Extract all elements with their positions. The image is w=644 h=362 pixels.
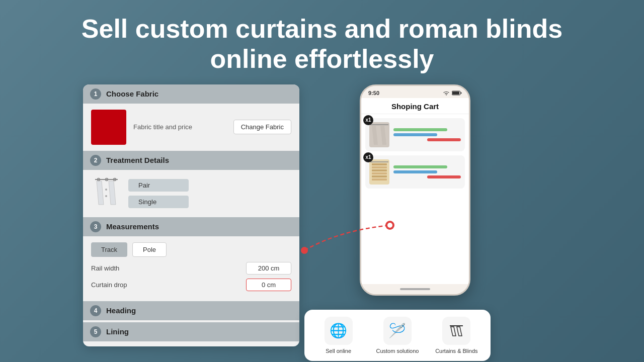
measurements-body: Track Pole Rail width 200 cm Curtain dro… — [83, 236, 299, 301]
heading-header: 4 Heading — [83, 301, 299, 320]
treatment-header: 2 Treatment Details — [83, 151, 299, 170]
cart-title: Shoping Cart — [361, 98, 469, 114]
treatment-options: Pair Single — [128, 179, 189, 208]
action-bar: 🌐 Sell online 🪡 Custom solutiono Curtain… — [304, 310, 491, 361]
svg-rect-13 — [372, 169, 387, 171]
cart-item-2-line-2 — [393, 170, 437, 173]
pair-option[interactable]: Pair — [128, 179, 189, 192]
phone-status-icons — [443, 90, 462, 96]
section-number-3: 3 — [90, 221, 101, 232]
cart-item-2-image — [369, 159, 389, 185]
curtains-blinds-svg-icon — [448, 323, 464, 339]
cart-item-2-line-1 — [393, 165, 447, 168]
svg-rect-16 — [372, 178, 387, 180]
curtain-drop-value[interactable]: 0 cm — [246, 279, 291, 291]
sell-online-label: Sell online — [326, 348, 351, 354]
phone-bottom-bar — [361, 284, 469, 294]
svg-point-4 — [105, 189, 107, 191]
heading-title: Heading — [106, 306, 136, 315]
curtain-drop-row: Curtain drop 0 cm — [91, 279, 291, 291]
cart-items: x1 — [361, 114, 469, 284]
custom-solution-label: Custom solutiono — [376, 348, 419, 354]
fabric-info: Fabric title and price — [133, 123, 226, 131]
action-curtains-blinds[interactable]: Curtains & Blinds — [430, 317, 484, 354]
cart-item-2-blind — [369, 159, 389, 185]
cart-item-1-line-1 — [393, 128, 447, 131]
cart-item-2: x1 — [365, 155, 465, 189]
treatment-body: Pair Single — [83, 170, 299, 217]
action-sell-online[interactable]: 🌐 Sell online — [311, 317, 365, 354]
phone-status-bar: 9:50 — [361, 86, 469, 98]
cart-item-1-price — [427, 138, 461, 141]
heading-section: 4 Heading — [83, 301, 299, 320]
wifi-icon — [443, 90, 450, 96]
svg-point-17 — [301, 247, 308, 254]
pole-button[interactable]: Pole — [132, 242, 167, 257]
curtains-blinds-label: Curtains & Blinds — [435, 348, 477, 354]
hero-title: Sell custom curtains and roman blinds on… — [45, 0, 599, 84]
cart-item-1-line-2 — [393, 133, 437, 136]
cart-item-1-curtain — [369, 122, 389, 147]
change-fabric-button[interactable]: Change Fabric — [233, 120, 291, 134]
section-number-2: 2 — [90, 155, 101, 166]
phone-screen: Shoping Cart x1 — [361, 98, 469, 284]
measurements-title: Measurements — [106, 222, 159, 231]
choose-fabric-title: Choose Fabric — [106, 89, 158, 98]
lining-header: 5 Lining — [83, 322, 299, 341]
cart-item-1-image — [369, 122, 389, 147]
rail-width-row: Rail width 200 cm — [91, 262, 291, 275]
treatment-details-section: 2 Treatment Details — [83, 151, 299, 217]
svg-point-5 — [105, 195, 107, 197]
cart-item-1-details — [393, 128, 461, 141]
svg-rect-14 — [372, 172, 387, 174]
curtain-illustration — [93, 177, 120, 210]
curtain-drop-label: Curtain drop — [91, 281, 127, 289]
measurements-section: 3 Measurements Track Pole Rail width 200… — [83, 217, 299, 301]
phone-mockup: 9:50 Shoping Ca — [360, 84, 470, 296]
curtains-blinds-icon — [442, 317, 470, 345]
cart-item-2-details — [393, 165, 461, 178]
custom-solution-icon: 🪡 — [383, 317, 412, 345]
phone-home-indicator — [400, 288, 430, 290]
lining-title: Lining — [106, 327, 129, 336]
action-custom-solution[interactable]: 🪡 Custom solutiono — [370, 317, 424, 354]
track-button[interactable]: Track — [91, 242, 127, 257]
treatment-row: Pair Single — [91, 176, 291, 211]
curtain-icon-box — [91, 176, 121, 211]
svg-rect-15 — [372, 175, 387, 177]
choose-fabric-header: 1 Choose Fabric — [83, 84, 299, 104]
battery-icon — [452, 90, 462, 96]
right-area: 9:50 Shoping Ca — [319, 84, 561, 321]
form-panel: 1 Choose Fabric Fabric title and price C… — [83, 84, 299, 346]
svg-rect-7 — [461, 92, 462, 94]
cart-item-2-price — [427, 175, 461, 178]
content-area: 1 Choose Fabric Fabric title and price C… — [0, 84, 644, 346]
rail-width-label: Rail width — [91, 264, 119, 272]
fabric-row: Fabric title and price Change Fabric — [91, 110, 291, 145]
section-number-4: 4 — [90, 305, 101, 316]
choose-fabric-section: 1 Choose Fabric Fabric title and price C… — [83, 84, 299, 151]
svg-rect-12 — [372, 166, 387, 168]
track-pole-row: Track Pole — [91, 242, 291, 257]
lining-section: 5 Lining — [83, 322, 299, 341]
treatment-title: Treatment Details — [106, 156, 169, 164]
phone-time: 9:50 — [368, 90, 379, 96]
section-number-1: 1 — [90, 88, 101, 100]
cart-item-2-badge: x1 — [363, 152, 373, 162]
cart-item-1: x1 — [365, 118, 465, 151]
single-option[interactable]: Single — [128, 196, 189, 208]
sell-online-icon: 🌐 — [325, 317, 353, 345]
measurements-header: 3 Measurements — [83, 217, 299, 236]
choose-fabric-body: Fabric title and price Change Fabric — [83, 104, 299, 151]
svg-rect-11 — [372, 163, 387, 165]
svg-rect-8 — [452, 92, 459, 95]
fabric-swatch[interactable] — [91, 110, 126, 145]
cart-item-1-badge: x1 — [363, 115, 373, 125]
rail-width-value[interactable]: 200 cm — [246, 262, 291, 275]
section-number-5: 5 — [90, 326, 101, 337]
